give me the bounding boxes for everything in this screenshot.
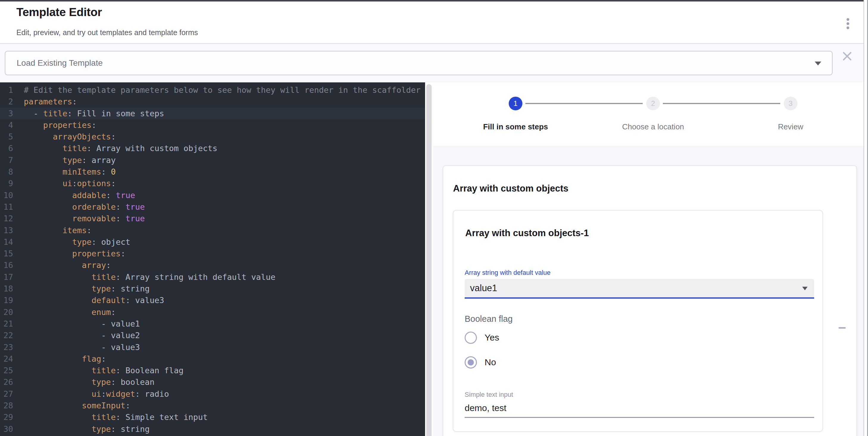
code-line[interactable]: 9 ui:options: xyxy=(0,177,425,189)
code-text: ui:options: xyxy=(13,177,116,189)
line-number: 26 xyxy=(0,376,13,388)
code-text: array: xyxy=(13,259,111,271)
simple-text-input[interactable]: demo, test xyxy=(465,401,814,417)
remove-array-item-button[interactable] xyxy=(837,323,847,333)
code-line[interactable]: 25 title: Boolean flag xyxy=(0,365,425,376)
line-number: 17 xyxy=(0,271,13,283)
code-text: default: value3 xyxy=(13,295,164,306)
code-text: someInput: xyxy=(13,400,130,411)
code-line[interactable]: 21 - value1 xyxy=(0,318,425,330)
code-text: # Edit the template parameters below to … xyxy=(13,84,421,96)
load-template-toolbar: Load Existing Template xyxy=(0,44,864,82)
step-label: Review xyxy=(722,122,859,131)
code-line[interactable]: 22 - value2 xyxy=(0,330,425,341)
code-line[interactable]: 10 addable: true xyxy=(0,190,425,201)
radio-label: Yes xyxy=(485,333,499,343)
stepper-step-2: 2Choose a location xyxy=(584,82,722,146)
code-line[interactable]: 16 array: xyxy=(0,259,425,271)
template-editor-app: Template Editor Edit, preview, and try o… xyxy=(0,0,868,436)
code-line[interactable]: 20 enum: xyxy=(0,306,425,318)
array-string-select[interactable]: value1 xyxy=(465,279,814,299)
array-select-label: Array string with default value xyxy=(465,269,551,277)
page-title: Template Editor xyxy=(17,6,102,19)
code-line[interactable]: 12 removable: true xyxy=(0,213,425,224)
close-icon[interactable] xyxy=(841,50,854,63)
code-line[interactable]: 28 someInput: xyxy=(0,400,425,411)
code-line[interactable]: 14 type: object xyxy=(0,236,425,248)
code-line[interactable]: 13 items: xyxy=(0,225,425,236)
code-text: - value1 xyxy=(13,318,140,330)
code-line[interactable]: 23 - value3 xyxy=(0,341,425,353)
code-text: flag: xyxy=(13,353,106,365)
code-text: - value3 xyxy=(13,341,140,353)
code-text: type: boolean xyxy=(13,376,154,388)
code-line[interactable]: 29 title: Simple text input xyxy=(0,411,425,423)
code-line[interactable]: 5 arrayObjects: xyxy=(0,131,425,142)
code-line[interactable]: 19 default: value3 xyxy=(0,295,425,306)
editor-scrollbar-thumb[interactable] xyxy=(426,84,432,436)
code-text: enum: xyxy=(13,306,116,318)
code-line[interactable]: 7 type: array xyxy=(0,154,425,166)
boolean-flag-label: Boolean flag xyxy=(465,314,513,324)
line-number: 11 xyxy=(0,201,13,213)
editor-scrollbar[interactable] xyxy=(425,82,433,436)
kebab-vertical-icon[interactable] xyxy=(842,15,854,32)
code-line[interactable]: 2parameters: xyxy=(0,96,425,107)
line-number: 23 xyxy=(0,341,13,353)
code-line[interactable]: 15 properties: xyxy=(0,248,425,259)
page-header: Template Editor Edit, preview, and try o… xyxy=(0,1,864,44)
line-number: 27 xyxy=(0,388,13,400)
radio-option-yes[interactable]: Yes xyxy=(465,331,499,344)
line-number: 8 xyxy=(0,166,13,177)
line-number: 29 xyxy=(0,411,13,423)
line-number: 4 xyxy=(0,119,13,131)
line-number: 7 xyxy=(0,154,13,166)
code-line[interactable]: 8 minItems: 0 xyxy=(0,166,425,177)
code-text: title: Simple text input xyxy=(13,411,208,423)
code-text: type: string xyxy=(13,423,150,435)
code-line[interactable]: 24 flag: xyxy=(0,353,425,365)
line-number: 28 xyxy=(0,400,13,411)
stepper-step-3: 3Review xyxy=(722,82,859,146)
radio-label: No xyxy=(485,357,496,367)
step-label: Fill in some steps xyxy=(447,122,584,131)
code-line[interactable]: 17 title: Array string with default valu… xyxy=(0,271,425,283)
radio-icon xyxy=(465,332,477,344)
line-number: 3 xyxy=(0,108,13,119)
code-text: title: Array with custom objects xyxy=(13,142,217,154)
step-number-badge: 1 xyxy=(509,97,522,110)
stepper-area: 1Fill in some steps2Choose a location3Re… xyxy=(433,82,864,146)
load-existing-template-select[interactable]: Load Existing Template xyxy=(5,51,833,75)
code-line[interactable]: 11 orderable: true xyxy=(0,201,425,213)
code-line[interactable]: 30 type: string xyxy=(0,423,425,435)
radio-option-no[interactable]: No xyxy=(465,356,496,369)
radio-icon xyxy=(465,356,477,368)
code-line[interactable]: 26 type: boolean xyxy=(0,376,425,388)
line-number: 19 xyxy=(0,295,13,306)
line-number: 30 xyxy=(0,423,13,435)
code-text: title: Array string with default value xyxy=(13,271,275,283)
yaml-code-editor[interactable]: 1# Edit the template parameters below to… xyxy=(0,82,425,436)
line-number: 25 xyxy=(0,365,13,376)
window-scrollbar[interactable] xyxy=(864,0,868,436)
line-number: 13 xyxy=(0,225,13,236)
simple-text-input-value: demo, test xyxy=(465,401,814,415)
step-label: Choose a location xyxy=(584,122,722,131)
code-line[interactable]: 6 title: Array with custom objects xyxy=(0,142,425,154)
line-number: 15 xyxy=(0,248,13,259)
code-lines: 1# Edit the template parameters below to… xyxy=(0,84,425,435)
line-number: 20 xyxy=(0,306,13,318)
code-line[interactable]: 1# Edit the template parameters below to… xyxy=(0,84,425,96)
code-text: orderable: true xyxy=(13,201,145,213)
step-number-badge: 2 xyxy=(646,97,660,110)
form-area: Array with custom objects Array with cus… xyxy=(433,146,864,436)
stepper-step-1: 1Fill in some steps xyxy=(447,82,584,146)
array-select-value: value1 xyxy=(470,283,497,294)
code-line[interactable]: 18 type: string xyxy=(0,283,425,295)
page-subtitle: Edit, preview, and try out templates and… xyxy=(17,28,198,37)
line-number: 22 xyxy=(0,330,13,341)
code-text: items: xyxy=(13,225,92,236)
code-line[interactable]: 3 - title: Fill in some steps xyxy=(0,108,425,119)
code-line[interactable]: 27 ui:widget: radio xyxy=(0,388,425,400)
code-line[interactable]: 4 properties: xyxy=(0,119,425,131)
